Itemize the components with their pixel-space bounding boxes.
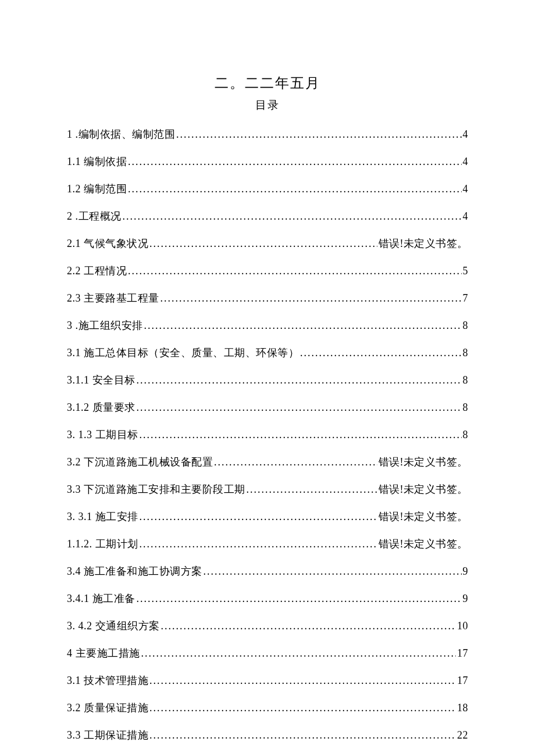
toc-entry-page: 4 (463, 209, 469, 224)
toc-entry: 3.1 施工总体目标（安全、质量、工期、环保等） 8 (67, 345, 468, 361)
toc-entry-page: 22 (457, 728, 468, 743)
toc-entry-page: 5 (463, 263, 469, 279)
toc-entry-label: 1.1.2. 工期计划 (67, 536, 138, 552)
toc-leader-dots (137, 372, 462, 388)
toc-entry-label: 3.2 质量保证措施 (67, 700, 148, 716)
toc-entry: 3. 1.3 工期目标 8 (67, 427, 468, 443)
toc-entry-label: 2.2 工程情况 (67, 263, 127, 279)
toc-entry: 3.2 下沉道路施工机械设备配置错误!未定义书签。 (67, 454, 468, 470)
toc-entry-page: 8 (463, 400, 469, 415)
toc-entry-label: 2.1 气候气象状况 (67, 236, 148, 252)
toc-entry: 3. 3.1 施工安排错误!未定义书签。 (67, 509, 468, 525)
toc-entry-label: 3. 4.2 交通组织方案 (67, 618, 160, 634)
toc-entry-label: 1.1 编制依据 (67, 154, 127, 170)
toc-entry-page: 错误!未定义书签。 (379, 482, 469, 497)
toc-leader-dots (149, 673, 456, 689)
toc-leader-dots (123, 209, 462, 224)
toc-leader-dots (137, 591, 462, 607)
toc-entry: 3.4.1 施工准备9 (67, 591, 468, 607)
toc-entry-page: 8 (463, 372, 469, 388)
toc-entry-page: 错误!未定义书签。 (379, 236, 469, 252)
toc-entry-label: 3.1 技术管理措施 (67, 673, 148, 689)
toc-entry-label: 3.2 下沉道路施工机械设备配置 (67, 454, 213, 470)
toc-entry: 3 .施工组织安排 8 (67, 318, 468, 334)
toc-entry-label: 3.3 工期保证措施 (67, 728, 148, 743)
toc-entry-label: 3. 3.1 施工安排 (67, 509, 138, 525)
toc-leader-dots (247, 482, 377, 497)
toc-leader-dots (149, 728, 456, 743)
toc-entry-label: 2.3 主要路基工程量 (67, 291, 159, 306)
toc-entry: 1.2 编制范围 4 (67, 181, 468, 197)
toc-leader-dots (149, 700, 456, 716)
toc-entry-page: 8 (463, 318, 469, 334)
toc-entry-label: 1 .编制依据、编制范围 (67, 127, 175, 142)
toc-leader-dots (141, 646, 456, 661)
toc-leader-dots (160, 291, 462, 306)
toc-leader-dots (176, 127, 462, 142)
toc-entry: 2 .工程概况 4 (67, 209, 468, 224)
toc-leader-dots (214, 454, 377, 470)
toc-leader-dots (300, 345, 462, 361)
toc-entry: 1 .编制依据、编制范围4 (67, 127, 468, 142)
toc-entry-label: 4 主要施工措施 (67, 646, 140, 661)
toc-entry-page: 9 (463, 564, 469, 579)
toc-entry: 1.1 编制依据 4 (67, 154, 468, 170)
toc-entry: 3.3 工期保证措施22 (67, 728, 468, 743)
toc-entry-page: 17 (457, 646, 468, 661)
toc-leader-dots (128, 263, 462, 279)
toc-leader-dots (140, 509, 377, 525)
toc-entry-page: 17 (457, 673, 468, 689)
toc-entry-page: 错误!未定义书签。 (379, 454, 469, 470)
toc-leader-dots (137, 400, 462, 415)
toc-entry-page: 8 (463, 427, 469, 443)
toc-entry-page: 18 (457, 700, 468, 716)
toc-entry: 2.2 工程情况 5 (67, 263, 468, 279)
toc-entry: 4 主要施工措施 17 (67, 646, 468, 661)
toc-entry-label: 2 .工程概况 (67, 209, 122, 224)
toc-entry: 3.3 下沉道路施工安排和主要阶段工期错误!未定义书签。 (67, 482, 468, 497)
toc-leader-dots (149, 236, 377, 252)
toc-entry: 3.2 质量保证措施18 (67, 700, 468, 716)
toc-entry: 3.4 施工准备和施工协调方案 9 (67, 564, 468, 579)
toc-entry-label: 3.3 下沉道路施工安排和主要阶段工期 (67, 482, 245, 497)
toc-entry-label: 3. 1.3 工期目标 (67, 427, 138, 443)
toc-leader-dots (140, 536, 377, 552)
toc-entry-page: 9 (463, 591, 469, 607)
toc-entry-label: 3.1.2 质量要求 (67, 400, 135, 415)
toc-leader-dots (140, 427, 462, 443)
table-of-contents: 1 .编制依据、编制范围41.1 编制依据 41.2 编制范围 42 .工程概况… (67, 127, 468, 757)
toc-entry: 1.1.2. 工期计划错误!未定义书签。 (67, 536, 468, 552)
toc-entry: 2.3 主要路基工程量 7 (67, 291, 468, 306)
toc-entry-label: 1.2 编制范围 (67, 181, 127, 197)
toc-entry-label: 3.4 施工准备和施工协调方案 (67, 564, 202, 579)
toc-leader-dots (204, 564, 462, 579)
toc-entry: 2.1 气候气象状况错误!未定义书签。 (67, 236, 468, 252)
document-title: 二。二二年五月 (67, 73, 468, 94)
toc-entry-page: 8 (463, 345, 469, 361)
toc-entry-label: 3.4.1 施工准备 (67, 591, 135, 607)
toc-entry-page: 7 (463, 291, 469, 306)
toc-entry: 3.1 技术管理措施 17 (67, 673, 468, 689)
toc-entry: 3. 4.2 交通组织方案10 (67, 618, 468, 634)
toc-entry-page: 4 (463, 181, 469, 197)
toc-entry: 3.1.2 质量要求8 (67, 400, 468, 415)
toc-leader-dots (128, 154, 462, 170)
toc-leader-dots (128, 181, 462, 197)
toc-entry-page: 10 (457, 618, 468, 634)
toc-entry-page: 4 (463, 154, 469, 170)
toc-entry-page: 错误!未定义书签。 (379, 509, 469, 525)
toc-leader-dots (144, 318, 462, 334)
document-subtitle: 目录 (67, 97, 468, 114)
toc-entry-page: 错误!未定义书签。 (379, 536, 469, 552)
toc-entry: 3.1.1 安全目标8 (67, 372, 468, 388)
toc-entry-label: 3.1 施工总体目标（安全、质量、工期、环保等） (67, 345, 299, 361)
toc-entry-label: 3 .施工组织安排 (67, 318, 143, 334)
toc-leader-dots (161, 618, 456, 634)
toc-entry-page: 4 (463, 127, 469, 142)
toc-entry-label: 3.1.1 安全目标 (67, 372, 135, 388)
